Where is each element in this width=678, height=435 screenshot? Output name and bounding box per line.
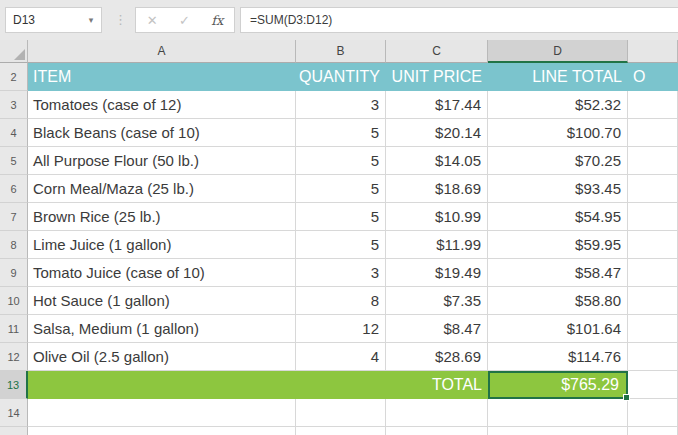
total-label-cell[interactable]: TOTAL <box>386 371 488 399</box>
cell-empty[interactable] <box>628 203 678 231</box>
cell-line-total[interactable]: $70.25 <box>488 147 628 175</box>
row-header-2[interactable]: 2 <box>0 63 28 91</box>
empty-row: 14 <box>0 399 678 427</box>
cell-item[interactable]: Corn Meal/Maza (25 lb.) <box>28 175 296 203</box>
cell-item[interactable]: Lime Juice (1 gallon) <box>28 231 296 259</box>
drag-handle-icon: ⋮ <box>114 8 126 32</box>
cell-quantity[interactable]: 4 <box>296 343 386 371</box>
cell-quantity[interactable]: 12 <box>296 315 386 343</box>
header-unit-price[interactable]: UNIT PRICE <box>386 63 488 91</box>
cell-empty[interactable] <box>628 175 678 203</box>
cell-item[interactable]: Salsa, Medium (1 gallon) <box>28 315 296 343</box>
row-header[interactable]: 3 <box>0 91 28 119</box>
column-headers: A B C D <box>0 40 678 63</box>
row-header[interactable]: 10 <box>0 287 28 315</box>
formula-input[interactable]: =SUM(D3:D12) <box>240 7 678 33</box>
table-header-row: 2 ITEM QUANTITY UNIT PRICE LINE TOTAL O <box>0 63 678 91</box>
column-header-d[interactable]: D <box>488 40 628 63</box>
header-quantity[interactable]: QUANTITY <box>296 63 386 91</box>
cell-quantity[interactable]: 5 <box>296 231 386 259</box>
insert-function-icon[interactable]: fx <box>211 13 223 28</box>
header-line-total[interactable]: LINE TOTAL <box>488 63 628 91</box>
cell-line-total[interactable]: $101.64 <box>488 315 628 343</box>
table-row: 11 Salsa, Medium (1 gallon) 12 $8.47 $10… <box>0 315 678 343</box>
row-header[interactable]: 8 <box>0 231 28 259</box>
cell-line-total[interactable]: $93.45 <box>488 175 628 203</box>
cell-quantity[interactable]: 5 <box>296 175 386 203</box>
cell-quantity[interactable]: 5 <box>296 203 386 231</box>
cell-unit-price[interactable]: $11.99 <box>386 231 488 259</box>
row-header[interactable]: 7 <box>0 203 28 231</box>
row-header[interactable]: 11 <box>0 315 28 343</box>
cell-item[interactable]: Olive Oil (2.5 gallon) <box>28 343 296 371</box>
cell-unit-price[interactable]: $8.47 <box>386 315 488 343</box>
fill-handle[interactable] <box>623 394 630 401</box>
cell-empty[interactable] <box>628 119 678 147</box>
header-item[interactable]: ITEM <box>28 63 296 91</box>
cell-empty[interactable] <box>628 315 678 343</box>
row-header[interactable]: 5 <box>0 147 28 175</box>
row-header[interactable]: 6 <box>0 175 28 203</box>
cell-quantity[interactable]: 5 <box>296 147 386 175</box>
cell-quantity[interactable]: 8 <box>296 287 386 315</box>
cell-empty[interactable] <box>28 399 296 427</box>
row-header[interactable]: 4 <box>0 119 28 147</box>
cell-unit-price[interactable]: $20.14 <box>386 119 488 147</box>
cell-empty[interactable] <box>628 371 678 399</box>
enter-icon[interactable]: ✓ <box>179 13 190 28</box>
cell-empty[interactable] <box>628 259 678 287</box>
cell-line-total[interactable]: $54.95 <box>488 203 628 231</box>
table-row: 12 Olive Oil (2.5 gallon) 4 $28.69 $114.… <box>0 343 678 371</box>
cell-line-total[interactable]: $114.76 <box>488 343 628 371</box>
column-header-e[interactable] <box>628 40 678 63</box>
cell-empty[interactable] <box>628 91 678 119</box>
cell-empty[interactable] <box>628 231 678 259</box>
cell-quantity[interactable]: 3 <box>296 91 386 119</box>
cell-unit-price[interactable]: $18.69 <box>386 175 488 203</box>
cell-item[interactable]: Black Beans (case of 10) <box>28 119 296 147</box>
cell-line-total[interactable]: $100.70 <box>488 119 628 147</box>
row-header[interactable]: 9 <box>0 259 28 287</box>
cell-unit-price[interactable]: $19.49 <box>386 259 488 287</box>
cell-empty[interactable] <box>628 399 678 427</box>
cancel-icon[interactable]: ✕ <box>147 13 158 28</box>
cell-unit-price[interactable]: $28.69 <box>386 343 488 371</box>
cell-quantity[interactable]: 3 <box>296 259 386 287</box>
cell-empty[interactable] <box>628 343 678 371</box>
cell-empty[interactable] <box>488 399 628 427</box>
cell-line-total[interactable]: $58.80 <box>488 287 628 315</box>
cell-line-total[interactable]: $58.47 <box>488 259 628 287</box>
cell-line-total[interactable]: $59.95 <box>488 231 628 259</box>
cell-item[interactable]: Tomatoes (case of 12) <box>28 91 296 119</box>
cell-unit-price[interactable]: $7.35 <box>386 287 488 315</box>
row-header-14[interactable]: 14 <box>0 399 28 427</box>
cell-empty[interactable] <box>386 399 488 427</box>
row-header-13[interactable]: 13 <box>0 371 28 399</box>
column-header-a[interactable]: A <box>28 40 296 63</box>
column-header-b[interactable]: B <box>296 40 386 63</box>
table-row: 8 Lime Juice (1 gallon) 5 $11.99 $59.95 <box>0 231 678 259</box>
total-row-fill-b[interactable] <box>296 371 386 399</box>
cell-empty[interactable] <box>296 399 386 427</box>
name-box[interactable]: D13 ▾ <box>5 7 102 33</box>
cell-item[interactable]: Brown Rice (25 lb.) <box>28 203 296 231</box>
table-row: 10 Hot Sauce (1 gallon) 8 $7.35 $58.80 <box>0 287 678 315</box>
selected-cell-d13[interactable]: $765.29 <box>488 371 628 399</box>
name-box-dropdown-icon[interactable]: ▾ <box>81 15 101 25</box>
cell-unit-price[interactable]: $17.44 <box>386 91 488 119</box>
header-next-partial[interactable]: O <box>628 63 678 91</box>
cell-empty[interactable] <box>628 287 678 315</box>
cell-unit-price[interactable]: $14.05 <box>386 147 488 175</box>
cell-item[interactable]: All Purpose Flour (50 lb.) <box>28 147 296 175</box>
name-box-value[interactable]: D13 <box>6 13 81 27</box>
row-header[interactable]: 12 <box>0 343 28 371</box>
column-header-c[interactable]: C <box>386 40 488 63</box>
cell-empty[interactable] <box>628 147 678 175</box>
total-row-fill-a[interactable] <box>28 371 296 399</box>
cell-line-total[interactable]: $52.32 <box>488 91 628 119</box>
select-all-corner[interactable] <box>0 40 28 63</box>
cell-quantity[interactable]: 5 <box>296 119 386 147</box>
cell-item[interactable]: Tomato Juice (case of 10) <box>28 259 296 287</box>
cell-unit-price[interactable]: $10.99 <box>386 203 488 231</box>
cell-item[interactable]: Hot Sauce (1 gallon) <box>28 287 296 315</box>
